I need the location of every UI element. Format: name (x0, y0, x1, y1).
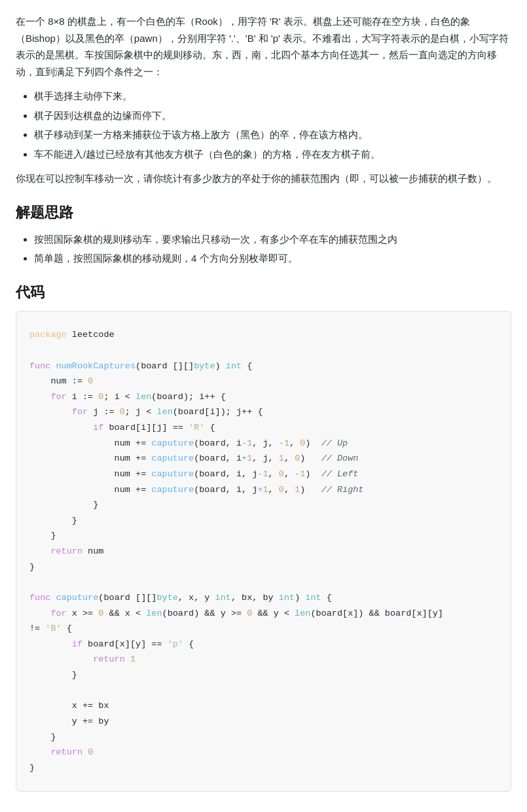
code-heading: 代码 (16, 280, 511, 304)
intro-paragraph-1: 在一个 8×8 的棋盘上，有一个白色的车（Rook），用字符 'R' 表示。棋盘… (16, 13, 511, 80)
intro-paragraph-2: 你现在可以控制车移动一次，请你统计有多少敌方的卒处于你的捕获范围内（即，可以被一… (16, 170, 511, 187)
rule-item-1: 棋手选择主动停下来。 (34, 88, 511, 105)
rule-item-3: 棋子移动到某一方格来捕获位于该方格上敌方（黑色）的卒，停在该方格内。 (34, 126, 511, 143)
rules-list: 棋手选择主动停下来。 棋子因到达棋盘的边缘而停下。 棋子移动到某一方格来捕获位于… (16, 88, 511, 162)
approach-item-1: 按照国际象棋的规则移动车，要求输出只移动一次，有多少个卒在车的捕获范围之内 (34, 231, 511, 248)
approach-list: 按照国际象棋的规则移动车，要求输出只移动一次，有多少个卒在车的捕获范围之内 简单… (16, 231, 511, 267)
approach-item-2: 简单题，按照国际象棋的移动规则，4 个方向分别枚举即可。 (34, 250, 511, 267)
approach-section: 按照国际象棋的规则移动车，要求输出只移动一次，有多少个卒在车的捕获范围之内 简单… (16, 231, 511, 267)
approach-heading: 解题思路 (16, 200, 511, 224)
code-block: package leetcode func numRookCaptures(bo… (16, 311, 511, 792)
intro-section: 在一个 8×8 的棋盘上，有一个白色的车（Rook），用字符 'R' 表示。棋盘… (16, 13, 511, 187)
rule-item-2: 棋子因到达棋盘的边缘而停下。 (34, 107, 511, 124)
rule-item-4: 车不能进入/越过已经放有其他友方棋子（白色的象）的方格，停在友方棋子前。 (34, 146, 511, 163)
